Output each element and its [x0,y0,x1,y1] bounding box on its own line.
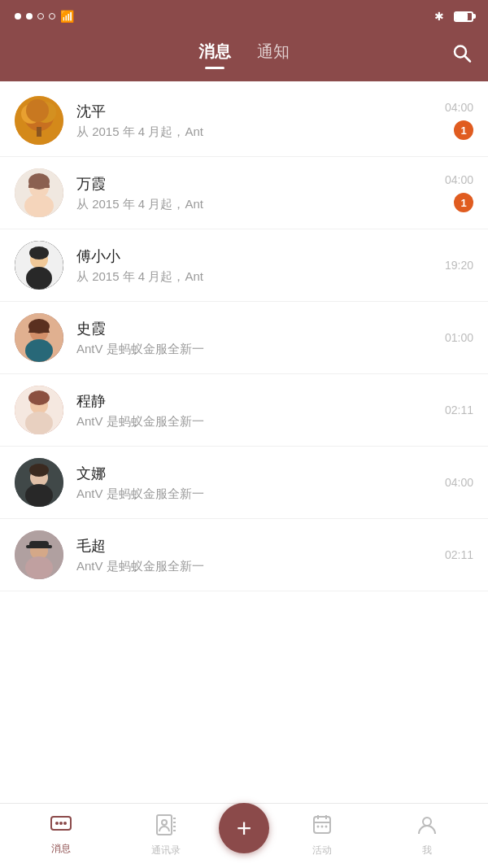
message-meta: 02:11 [425,403,473,417]
nav-item-me[interactable]: 我 [375,814,481,857]
message-item[interactable]: 程静 AntV 是蚂蚁金服全新一 02:11 [0,374,488,447]
svg-point-15 [29,246,49,260]
contact-name: 万霞 [76,174,425,194]
fab-button[interactable]: + [219,803,269,853]
message-list: 沈平 从 2015 年 4 月起，Ant 04:00 1 万霞 从 2015 年… [0,81,488,591]
svg-point-36 [63,822,67,825]
message-time: 04:00 [445,101,473,114]
svg-point-14 [26,267,52,290]
nav-item-activity[interactable]: 活动 [269,814,375,857]
message-item[interactable]: 毛超 AntV 是蚂蚁金服全新一 02:11 [0,519,488,591]
unread-badge: 1 [454,193,473,212]
message-preview: AntV 是蚂蚁金服全新一 [76,414,425,430]
message-meta: 04:00 1 [425,101,473,140]
message-time: 01:00 [445,331,473,344]
header: 消息 通知 [0,33,488,81]
header-tabs: 消息 通知 [198,41,290,68]
nav-label-messages: 消息 [51,842,71,856]
message-preview: AntV 是蚂蚁金服全新一 [76,486,425,502]
message-meta: 02:11 [425,548,473,561]
svg-point-6 [26,99,49,122]
message-preview: AntV 是蚂蚁金服全新一 [76,559,425,574]
signal-dot-3 [37,13,44,20]
fab-plus-icon: + [237,815,252,841]
message-item[interactable]: 沈平 从 2015 年 4 月起，Ant 04:00 1 [0,85,488,157]
svg-line-1 [465,57,470,62]
tab-messages[interactable]: 消息 [198,41,231,68]
signal-dot-2 [26,13,33,20]
contact-name: 毛超 [76,536,425,556]
message-content: 万霞 从 2015 年 4 月起，Ant [76,174,425,212]
nav-label-contacts: 通讯录 [151,844,181,857]
contact-name: 程静 [76,391,425,411]
svg-point-50 [423,818,431,826]
battery-icon [454,11,473,22]
svg-rect-32 [26,545,52,548]
messages-icon [50,816,72,839]
svg-point-18 [25,339,53,362]
tab-notifications[interactable]: 通知 [257,41,290,68]
message-meta: 04:00 [425,476,473,489]
signal-dot-1 [15,13,21,20]
svg-point-30 [25,556,53,579]
message-meta: 19:20 [425,259,473,272]
message-content: 沈平 从 2015 年 4 月起，Ant [76,102,425,140]
message-meta: 04:00 1 [425,173,473,212]
activity-icon [312,814,333,840]
contact-name: 沈平 [76,102,425,121]
contacts-icon [155,814,176,840]
svg-point-10 [24,194,54,217]
bottom-nav: 消息 通讯录 + [0,803,488,868]
nav-label-activity: 活动 [312,844,332,857]
avatar [15,386,63,434]
avatar [15,458,63,507]
unread-badge: 1 [454,120,473,140]
message-item[interactable]: 史霞 AntV 是蚂蚁金服全新一 01:00 [0,302,488,374]
avatar [15,96,63,145]
svg-point-26 [25,484,53,507]
message-item[interactable]: 傅小小 从 2015 年 4 月起，Ant 19:20 [0,229,488,302]
wifi-icon: 📶 [60,10,74,23]
me-icon [416,814,438,840]
nav-item-messages[interactable]: 消息 [8,816,114,856]
status-right: ✱ [434,10,473,23]
svg-point-34 [55,822,59,825]
message-preview: 从 2015 年 4 月起，Ant [76,124,425,140]
svg-point-0 [455,46,466,58]
message-preview: 从 2015 年 4 月起，Ant [76,197,425,212]
message-meta: 01:00 [425,331,473,344]
svg-point-23 [28,390,50,405]
message-time: 04:00 [445,173,473,186]
status-bar: 📶 ✱ [0,0,488,33]
avatar [15,168,63,217]
nav-item-contacts[interactable]: 通讯录 [114,814,220,857]
message-item[interactable]: 文娜 AntV 是蚂蚁金服全新一 04:00 [0,447,488,519]
message-content: 文娜 AntV 是蚂蚁金服全新一 [76,464,425,502]
svg-point-35 [59,822,63,825]
svg-point-27 [29,464,49,477]
message-preview: AntV 是蚂蚁金服全新一 [76,342,425,357]
avatar [15,530,63,579]
svg-point-42 [162,820,167,825]
avatar [15,241,63,290]
nav-label-me: 我 [422,844,432,857]
svg-point-22 [25,412,53,434]
message-content: 程静 AntV 是蚂蚁金服全新一 [76,391,425,430]
status-left: 📶 [15,10,74,23]
avatar [15,313,63,362]
signal-dot-4 [49,13,55,20]
message-time: 02:11 [445,403,473,417]
message-content: 傅小小 从 2015 年 4 月起，Ant [76,246,425,285]
search-button[interactable] [452,44,472,68]
contact-name: 文娜 [76,464,425,483]
message-time: 04:00 [445,476,473,489]
svg-rect-7 [37,127,41,137]
message-time: 19:20 [445,259,473,272]
message-item[interactable]: 万霞 从 2015 年 4 月起，Ant 04:00 1 [0,157,488,229]
message-preview: 从 2015 年 4 月起，Ant [76,269,425,285]
contact-name: 傅小小 [76,246,425,266]
message-time: 02:11 [445,548,473,561]
contact-name: 史霞 [76,319,425,338]
bluetooth-icon: ✱ [434,10,444,23]
svg-rect-43 [314,817,330,833]
